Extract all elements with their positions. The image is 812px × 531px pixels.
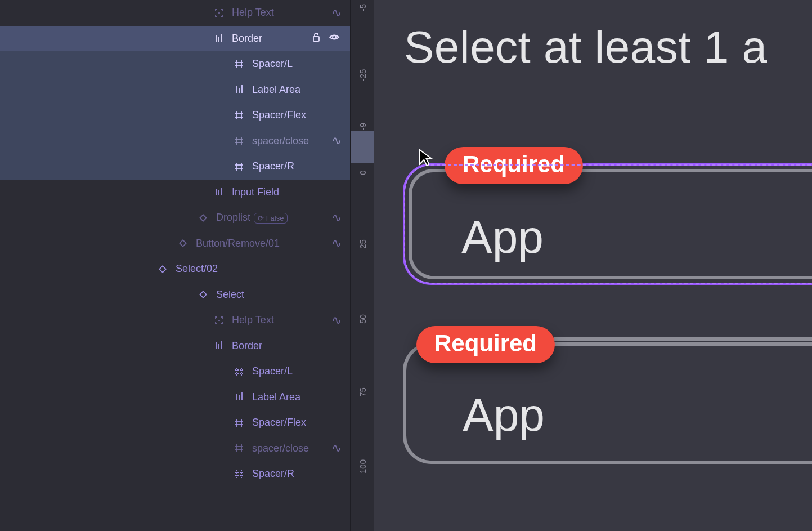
layer-row[interactable]: Spacer/Flex: [0, 410, 350, 436]
ruler-active-range: [351, 131, 374, 163]
ruler-tick: -9: [357, 123, 367, 130]
hash-icon: [231, 417, 248, 429]
layer-row[interactable]: Button/Remove/01∿: [0, 231, 350, 257]
ruler-tick: 25: [357, 239, 367, 249]
field-label-2: App: [463, 389, 545, 441]
diamond-icon: [195, 289, 212, 300]
hash-dashed-icon: [231, 366, 248, 377]
bars-icon: [210, 340, 227, 351]
diamond-icon: [154, 264, 171, 275]
layer-row[interactable]: Spacer/R: [0, 154, 350, 180]
required-badge-2: Required: [416, 326, 555, 363]
hidden-icon[interactable]: ∿: [331, 133, 340, 148]
layer-row[interactable]: Droplist⟳ False∿: [0, 205, 350, 231]
layer-row[interactable]: Spacer/R: [0, 461, 350, 487]
ruler-tick: 100: [357, 459, 367, 474]
diamond-icon: [195, 212, 212, 224]
bars-icon: [210, 186, 227, 198]
layer-label: Label Area: [248, 84, 340, 96]
hidden-icon[interactable]: ∿: [331, 6, 340, 20]
layer-label: Spacer/Flex: [248, 109, 340, 121]
layer-label: Button/Remove/01: [191, 238, 331, 249]
hash-icon: [231, 161, 248, 172]
layer-label: Border: [227, 340, 340, 352]
layer-label: Input Field: [227, 186, 340, 198]
ruler-tick: 0: [357, 170, 367, 175]
ruler-tick: -25: [357, 69, 367, 82]
select-card-2[interactable]: Required App: [403, 342, 812, 464]
layer-label: spacer/close: [248, 135, 331, 147]
layer-row[interactable]: Input Field: [0, 180, 350, 206]
hidden-icon[interactable]: ∿: [331, 211, 340, 225]
layer-row[interactable]: Spacer/L: [0, 51, 350, 77]
hash-dashed-icon: [231, 468, 248, 480]
layer-row[interactable]: Select/02: [0, 256, 350, 282]
layer-label: spacer/close: [248, 443, 331, 454]
canvas-heading: Select at least 1 a: [404, 21, 767, 73]
layer-label: Border: [227, 33, 311, 44]
layer-row[interactable]: Label Area: [0, 385, 350, 410]
layer-label: Spacer/R: [248, 160, 340, 172]
layer-label: Spacer/L: [248, 58, 340, 70]
layer-label: Select/02: [171, 263, 340, 275]
bars-icon: [231, 391, 248, 403]
ruler-tick: 50: [357, 314, 367, 324]
layer-label: Help Text: [227, 314, 331, 326]
layer-label: Droplist⟳ False: [212, 212, 331, 224]
design-canvas[interactable]: Select at least 1 a Required App Require…: [374, 0, 812, 531]
layer-label: Spacer/Flex: [248, 417, 340, 429]
frame-dashed-icon: [210, 7, 227, 19]
layer-row[interactable]: spacer/close∿: [0, 436, 350, 462]
hash-icon: [231, 135, 248, 146]
lock-icon[interactable]: [311, 32, 322, 46]
layer-row[interactable]: Border: [0, 333, 350, 359]
layer-row[interactable]: Help Text∿: [0, 0, 350, 26]
required-badge-1: Required: [445, 147, 583, 184]
layer-label: Select: [212, 289, 340, 301]
layer-row[interactable]: Select: [0, 282, 350, 308]
layers-panel[interactable]: Help Text∿BorderSpacer/LLabel AreaSpacer…: [0, 0, 350, 531]
layer-row[interactable]: Spacer/Flex: [0, 102, 350, 128]
hash-icon: [231, 59, 248, 70]
diamond-icon: [174, 238, 191, 249]
field-label-1: App: [461, 211, 544, 264]
bars-icon: [231, 84, 248, 95]
frame-dashed-icon: [210, 315, 227, 326]
layer-label: Spacer/R: [248, 468, 340, 480]
variant-pill: ⟳ False: [254, 213, 288, 224]
select-border-line-2: [554, 337, 812, 341]
hidden-icon[interactable]: ∿: [331, 441, 340, 456]
bars-icon: [210, 33, 227, 44]
hidden-icon[interactable]: ∿: [331, 313, 340, 328]
layer-row[interactable]: Spacer/L: [0, 359, 350, 385]
vertical-ruler: -5-25-90255075100: [350, 0, 374, 531]
layer-label: Label Area: [248, 391, 340, 403]
hash-icon: [231, 443, 248, 454]
layer-row[interactable]: spacer/close∿: [0, 128, 350, 154]
layer-label: Spacer/L: [248, 365, 340, 377]
layer-label: Help Text: [227, 7, 331, 19]
ruler-tick: 75: [357, 387, 367, 397]
layer-row[interactable]: Border: [0, 26, 350, 52]
visible-icon[interactable]: [329, 32, 340, 46]
layer-row[interactable]: Help Text∿: [0, 307, 350, 333]
layer-row[interactable]: Label Area: [0, 77, 350, 103]
ruler-tick: -5: [357, 4, 367, 11]
hidden-icon[interactable]: ∿: [331, 236, 340, 251]
select-card-1[interactable]: Required App: [403, 163, 812, 285]
hash-icon: [231, 110, 248, 121]
